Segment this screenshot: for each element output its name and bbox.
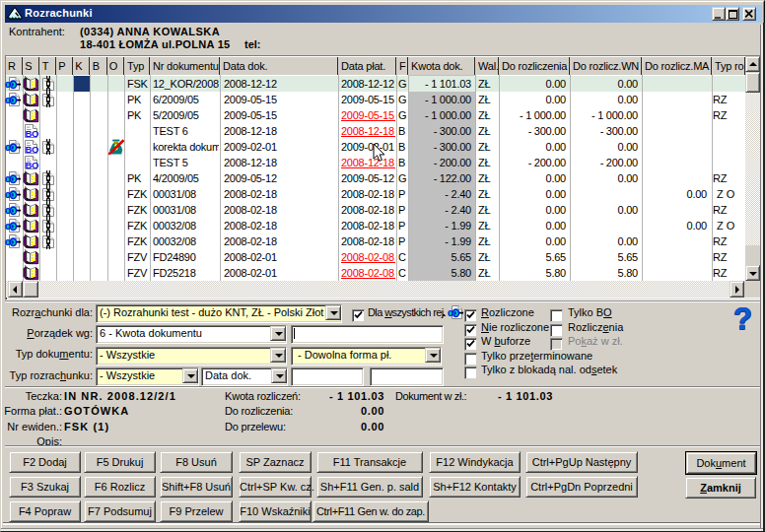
svg-text:BO: BO [26,128,38,139]
svg-text:BO: BO [26,144,38,155]
svg-text:BO: BO [26,160,38,170]
